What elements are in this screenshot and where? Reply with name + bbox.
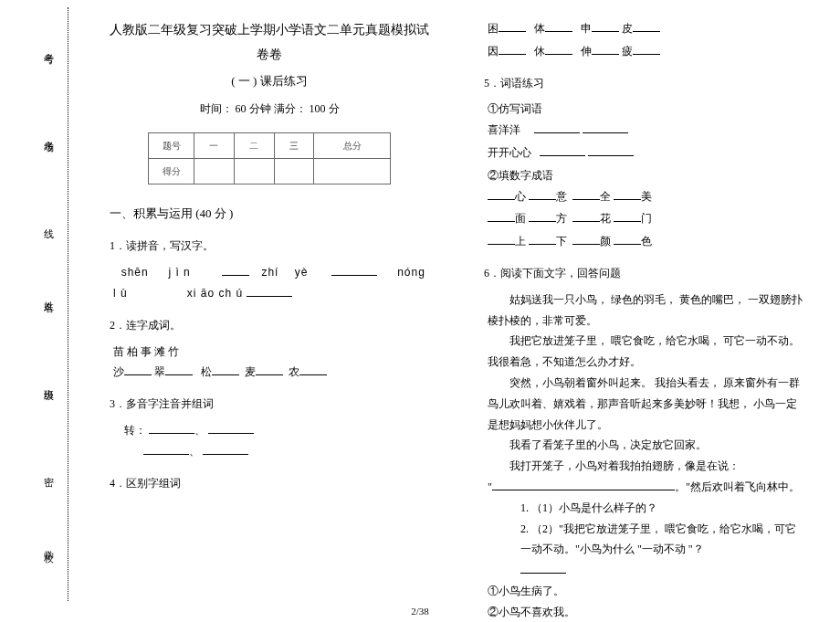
idiom-row: 上 下 颜 色: [484, 231, 803, 252]
passage-paragraph: 姑妈送我一只小鸟， 绿色的羽毛， 黄色的嘴巴， 一双翅膀扑棱扑棱的，非常可爱。: [484, 290, 803, 332]
blank-field[interactable]: [208, 423, 254, 434]
blank-field[interactable]: [529, 211, 556, 222]
blank-field[interactable]: [633, 44, 660, 55]
blank-field[interactable]: [545, 21, 572, 32]
blank-field[interactable]: [203, 444, 248, 455]
question-label: 6．阅读下面文字，回答问题: [484, 263, 803, 284]
blank-field[interactable]: [614, 211, 641, 222]
sub-question: 1. （1）小鸟是什么样子的？: [484, 498, 803, 519]
cell-label: 题号: [149, 132, 194, 158]
question-label: 2．连字成词。: [110, 315, 429, 336]
idiom-row: 面 方 花 门: [484, 208, 803, 229]
cell: 三: [274, 132, 314, 158]
exam-timing: 时间： 60 分钟 满分： 100 分: [110, 99, 429, 120]
pinyin-line-2: l ù xi āo ch ú: [110, 283, 429, 304]
section-heading: 一、积累与运用 (40 分 ): [110, 203, 429, 226]
blank-field[interactable]: [499, 44, 526, 55]
margin-xian: 线: [42, 220, 56, 222]
pinyin-line-1: shēn j ì n zhí yè nóng: [110, 262, 429, 283]
exam-subtitle: ( 一 ) 课后练习: [110, 70, 429, 93]
margin-mi: 密: [42, 469, 56, 470]
imitate-row: 喜洋洋: [484, 120, 803, 141]
blank-field[interactable]: [614, 189, 641, 200]
blank-field[interactable]: [592, 44, 619, 55]
passage-paragraph: 我把它放进笼子里， 喂它食吃，给它水喝， 可它一动不动。我很着急，不知道怎么办才…: [484, 331, 803, 373]
blank-field[interactable]: [256, 364, 283, 375]
passage-paragraph: 我看了看笼子里的小鸟，决定放它回家。: [484, 435, 803, 456]
polyphone-line: 转： 、: [110, 420, 429, 441]
passage-paragraph: 突然，小鸟朝着窗外叫起来。 我抬头看去， 原来窗外有一群鸟儿欢叫着、嬉戏着，那声…: [484, 373, 803, 435]
polyphone-line: 、: [110, 441, 429, 462]
blank-field[interactable]: [633, 21, 660, 32]
table-row: 得分: [149, 158, 391, 184]
blank-field[interactable]: [592, 21, 619, 32]
blank-field[interactable]: [572, 234, 600, 245]
blank-field[interactable]: [529, 189, 556, 200]
blank-field[interactable]: [299, 364, 327, 375]
blank-field[interactable]: [583, 122, 628, 133]
margin-kaohao: 考号：: [42, 45, 56, 60]
sub-question: 2. （2）"我把它放进笼子里， 喂它食吃，给它水喝，可它一动不动。"小鸟为什么…: [484, 519, 803, 561]
column-left: 人教版二年级复习突破上学期小学语文二单元真题模拟试卷卷 ( 一 ) 课后练习 时…: [82, 0, 447, 622]
binding-margin: 考号： 考场： 线 姓名： 班级： 密 学校：: [37, 9, 60, 594]
blank-field[interactable]: [614, 234, 641, 245]
margin-xingming: 姓名：: [42, 293, 56, 309]
answer-blank-row: [484, 560, 803, 581]
blank-field[interactable]: [488, 189, 515, 200]
table-row: 题号 一 二 三 总分: [149, 132, 391, 158]
page-content: 人教版二年级复习突破上学期小学语文二单元真题模拟试卷卷 ( 一 ) 课后练习 时…: [82, 0, 840, 622]
word-row: 苗 柏 事 滩 竹: [110, 342, 429, 363]
blank-field[interactable]: [212, 364, 239, 375]
margin-banji: 班级：: [42, 381, 56, 396]
question-label: 5．词语练习: [484, 73, 803, 94]
exam-title: 人教版二年级复习突破上学期小学语文二单元真题模拟试卷卷: [110, 18, 429, 67]
blank-field[interactable]: [222, 265, 249, 276]
cell: 二: [234, 132, 274, 158]
cell[interactable]: [194, 158, 235, 184]
blank-field[interactable]: [331, 265, 377, 276]
blank-field[interactable]: [529, 234, 556, 245]
blank-field[interactable]: [572, 211, 600, 222]
blank-field[interactable]: [540, 145, 585, 156]
distinguish-row: 困 体 申 皮: [484, 18, 803, 39]
sub-label: ②填数字成语: [484, 165, 803, 186]
question-label: 4．区别字组词: [110, 473, 429, 494]
cell: 一: [194, 132, 235, 158]
cell[interactable]: [314, 158, 391, 184]
blank-field[interactable]: [488, 234, 515, 245]
question-label: 3．多音字注音并组词: [110, 394, 429, 415]
blank-field[interactable]: [488, 211, 515, 222]
margin-kaochang: 考场：: [42, 132, 56, 148]
question-label: 1．读拼音，写汉字。: [110, 236, 429, 257]
blank-field[interactable]: [520, 563, 566, 574]
page-number: 2/38: [0, 606, 840, 617]
blank-field[interactable]: [247, 286, 292, 297]
margin-xuexiao: 学校：: [42, 543, 56, 558]
cell: 总分: [314, 132, 391, 158]
blank-field[interactable]: [143, 444, 189, 455]
idiom-row: 心 意 全 美: [484, 186, 803, 207]
cell-label: 得分: [149, 158, 194, 184]
blank-field[interactable]: [149, 423, 194, 434]
vertical-dotted-separator: [68, 7, 68, 601]
imitate-row: 开开心心: [484, 142, 803, 163]
blank-field[interactable]: [499, 21, 526, 32]
distinguish-row: 因 休 伸 疲: [484, 41, 803, 62]
blank-field[interactable]: [492, 480, 675, 490]
blank-field[interactable]: [545, 44, 572, 55]
column-right: 困 体 申 皮 因 休 伸 疲 5．词语练习 ①仿写词语 喜洋洋 开开心心 ②填…: [447, 0, 840, 622]
option: ①小鸟生病了。: [484, 581, 803, 602]
sub-label: ①仿写词语: [484, 99, 803, 120]
blank-field[interactable]: [588, 145, 634, 156]
passage-paragraph: 我打开笼子，小鸟对着我拍拍翅膀，像是在说： "。"然后欢叫着飞向林中。: [484, 456, 803, 498]
score-table: 题号 一 二 三 总分 得分: [148, 132, 391, 184]
blank-field[interactable]: [165, 364, 193, 375]
cell[interactable]: [234, 158, 274, 184]
blank-field[interactable]: [572, 189, 600, 200]
blank-field[interactable]: [534, 122, 580, 133]
cell[interactable]: [274, 158, 314, 184]
blank-field[interactable]: [124, 364, 152, 375]
word-row: 沙 翠 松 麦 农: [110, 362, 429, 383]
